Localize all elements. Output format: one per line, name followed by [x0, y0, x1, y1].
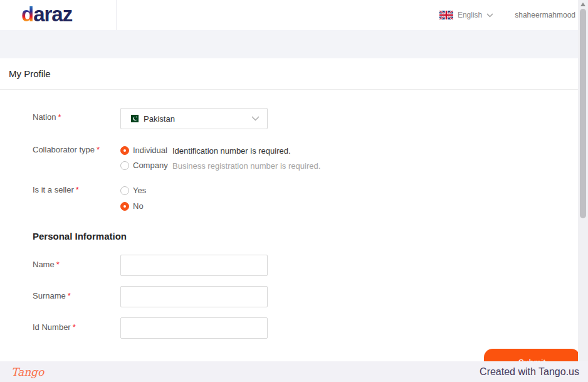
radio-selected-icon [120, 202, 129, 211]
surname-label: Surname* [33, 291, 71, 300]
daraz-logo[interactable]: daraz [21, 3, 72, 26]
footer-credit-text: Created with Tango.us [480, 366, 579, 378]
radio-individual[interactable]: Individual [120, 146, 167, 155]
name-input[interactable] [120, 255, 268, 276]
scroll-up-arrow-icon[interactable] [580, 3, 585, 6]
radio-unselected-icon [120, 161, 129, 170]
required-asterisk: * [76, 185, 79, 194]
sub-header-strip [0, 30, 588, 58]
select-chevron-icon [251, 116, 260, 121]
required-asterisk: * [58, 112, 61, 122]
radio-company[interactable]: Company [120, 161, 168, 170]
uk-flag-icon [439, 11, 453, 19]
id-number-label: Id Number* [33, 322, 76, 332]
seller-label: Is it a seller* [33, 185, 79, 194]
radio-individual-label: Individual [133, 146, 167, 155]
personal-information-heading: Personal Information [33, 231, 127, 241]
radio-yes-label: Yes [133, 186, 146, 195]
company-note: Business registration number is required… [172, 161, 320, 171]
radio-selected-icon [120, 146, 129, 155]
username[interactable]: shaheermahmood [515, 11, 575, 19]
nation-label: Nation* [33, 112, 61, 122]
radio-no-label: No [133, 201, 144, 211]
language-selector[interactable]: English [439, 11, 493, 19]
radio-yes[interactable]: Yes [120, 186, 146, 195]
required-asterisk: * [56, 260, 60, 269]
required-asterisk: * [97, 145, 100, 154]
surname-input[interactable] [120, 286, 268, 307]
required-asterisk: * [68, 291, 71, 300]
individual-note: Identification number is required. [172, 146, 291, 156]
page-title: My Profile [9, 58, 51, 90]
chevron-down-icon [486, 13, 493, 18]
pakistan-flag-icon [129, 115, 139, 122]
logo-letter-d: d [21, 3, 33, 26]
language-label: English [458, 11, 482, 19]
tango-logo[interactable]: Tango [11, 366, 44, 378]
vertical-scrollbar[interactable] [578, 0, 588, 382]
nation-value: Pakistan [144, 114, 251, 124]
required-asterisk: * [73, 322, 76, 332]
collaborator-type-label: Collaborator type* [33, 145, 100, 154]
id-number-input[interactable] [120, 317, 268, 339]
radio-company-label: Company [133, 161, 168, 170]
scrollbar-thumb[interactable] [580, 9, 586, 218]
radio-unselected-icon [120, 186, 129, 195]
radio-no[interactable]: No [120, 201, 144, 211]
name-label: Name* [33, 260, 60, 269]
app-header: daraz English shaheermahmood [0, 0, 588, 30]
page-title-bar: My Profile [0, 58, 588, 90]
logo-rest: araz [33, 3, 72, 26]
nation-select[interactable]: Pakistan [120, 108, 268, 129]
tango-footer: Tango Created with Tango.us [0, 361, 588, 382]
header-divider [116, 0, 117, 30]
